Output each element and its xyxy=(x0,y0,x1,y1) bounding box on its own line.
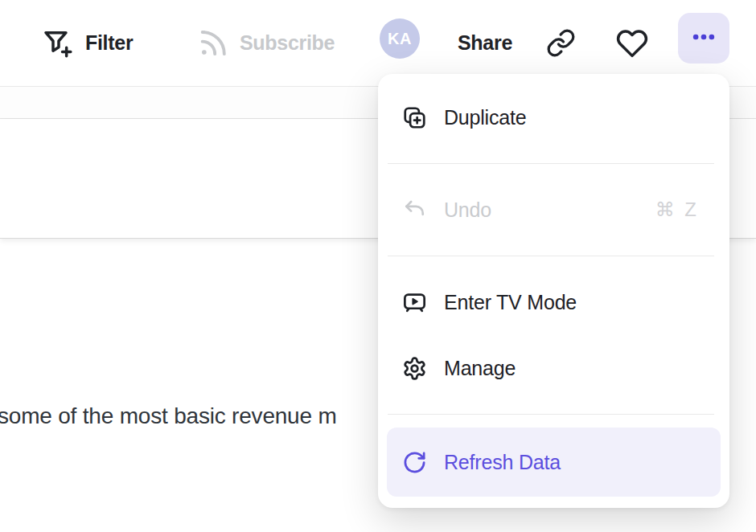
menu-item-label: Duplicate xyxy=(444,106,526,129)
menu-item-enter-tv-mode[interactable]: Enter TV Mode xyxy=(378,269,729,335)
avatar[interactable]: KA xyxy=(380,18,420,59)
screen: some of the most basic revenue m Filter … xyxy=(0,0,756,532)
share-label: Share xyxy=(458,31,512,55)
favorite-button[interactable] xyxy=(616,0,648,86)
filter-plus-icon xyxy=(42,27,74,59)
duplicate-icon xyxy=(402,105,427,130)
menu-item-duplicate[interactable]: Duplicate xyxy=(378,84,729,150)
menu-item-label: Manage xyxy=(444,357,516,380)
refresh-icon xyxy=(402,450,427,475)
overflow-menu: Duplicate Undo ⌘ Z Enter TV M xyxy=(378,74,729,508)
subscribe-button[interactable]: Subscribe xyxy=(196,0,335,86)
heart-icon xyxy=(616,27,648,59)
page-paragraph-fragment: some of the most basic revenue m xyxy=(0,403,337,429)
more-options-button[interactable] xyxy=(678,13,729,63)
menu-item-manage[interactable]: Manage xyxy=(378,335,729,401)
undo-icon xyxy=(402,198,427,223)
menu-item-refresh-data[interactable]: Refresh Data xyxy=(387,428,721,497)
tv-icon xyxy=(402,290,427,315)
filter-button[interactable]: Filter xyxy=(42,0,133,86)
menu-divider xyxy=(388,256,714,256)
gear-icon xyxy=(402,356,427,381)
share-button[interactable]: Share xyxy=(458,0,512,86)
undo-shortcut: ⌘ Z xyxy=(655,198,699,221)
subscribe-label: Subscribe xyxy=(240,31,335,55)
filter-label: Filter xyxy=(85,31,133,55)
menu-divider xyxy=(388,414,714,415)
menu-item-label: Enter TV Mode xyxy=(444,291,577,314)
menu-item-undo: Undo ⌘ Z xyxy=(378,177,729,243)
copy-link-button[interactable] xyxy=(546,0,576,86)
menu-item-label: Undo xyxy=(444,198,491,222)
avatar-initials: KA xyxy=(388,30,412,48)
rss-icon xyxy=(196,27,228,59)
ellipsis-icon xyxy=(691,24,717,52)
menu-divider xyxy=(388,163,714,164)
menu-item-label: Refresh Data xyxy=(444,451,561,474)
link-icon xyxy=(546,28,576,58)
